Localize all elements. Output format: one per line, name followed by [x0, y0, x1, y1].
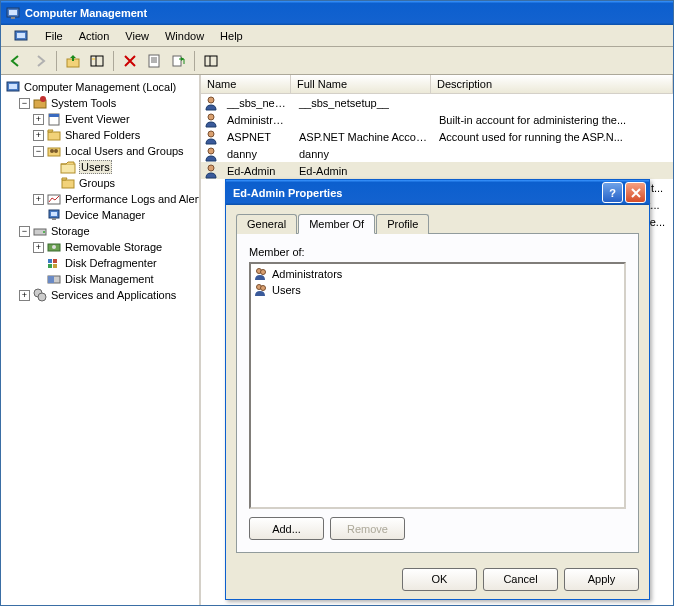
menu-help[interactable]: Help	[212, 28, 251, 44]
tree-users[interactable]: Users	[5, 159, 199, 175]
list-header: Name Full Name Description	[201, 75, 673, 94]
tree-storage[interactable]: −Storage	[5, 223, 199, 239]
cell-fullname: ASP.NET Machine Account	[293, 131, 433, 143]
tree-system-tools[interactable]: −System Tools	[5, 95, 199, 111]
collapse-icon[interactable]: −	[19, 226, 30, 237]
svg-rect-2	[11, 17, 15, 19]
separator	[194, 51, 195, 71]
back-button[interactable]	[5, 50, 27, 72]
cell-fullname: danny	[293, 148, 433, 160]
svg-rect-6	[91, 56, 103, 66]
forward-button[interactable]	[29, 50, 51, 72]
svg-point-43	[38, 293, 46, 301]
svg-point-33	[43, 231, 45, 233]
tree-removable-storage[interactable]: +Removable Storage	[5, 239, 199, 255]
menu-file[interactable]: File	[37, 28, 71, 44]
cell-name: Administrator	[221, 114, 293, 126]
cell-fullname: __sbs_netsetup__	[293, 97, 433, 109]
svg-rect-21	[49, 114, 59, 117]
tree-groups[interactable]: Groups	[5, 175, 199, 191]
svg-rect-23	[48, 148, 60, 156]
tab-general[interactable]: General	[236, 214, 297, 234]
svg-rect-38	[48, 264, 52, 268]
svg-rect-36	[48, 259, 52, 263]
user-icon	[203, 163, 219, 179]
tree-services-applications[interactable]: +Services and Applications	[5, 287, 199, 303]
member-name: Users	[272, 284, 301, 296]
export-button[interactable]	[167, 50, 189, 72]
expand-icon[interactable]: +	[33, 194, 44, 205]
svg-rect-41	[48, 276, 54, 283]
apply-button[interactable]: Apply	[564, 568, 639, 591]
tree-local-users-groups[interactable]: −Local Users and Groups	[5, 143, 199, 159]
svg-point-25	[54, 149, 58, 153]
column-description[interactable]: Description	[431, 75, 673, 93]
cell-name: danny	[221, 148, 293, 160]
tree-event-viewer[interactable]: +Event Viewer	[5, 111, 199, 127]
add-button[interactable]: Add...	[249, 517, 324, 540]
expand-icon[interactable]: +	[33, 130, 44, 141]
svg-rect-26	[61, 164, 75, 173]
svg-rect-13	[173, 56, 181, 66]
cell-name: ASPNET	[221, 131, 293, 143]
svg-point-48	[208, 165, 214, 171]
svg-point-46	[208, 131, 214, 137]
tree-root[interactable]: Computer Management (Local)	[5, 79, 199, 95]
svg-rect-27	[62, 180, 74, 188]
cell-name: __sbs_netse...	[221, 97, 293, 109]
list-row[interactable]: ASPNET ASP.NET Machine Account Account u…	[201, 128, 673, 145]
tree-disk-defragmenter[interactable]: Disk Defragmenter	[5, 255, 199, 271]
user-icon	[203, 112, 219, 128]
menu-window[interactable]: Window	[157, 28, 212, 44]
list-row[interactable]: __sbs_netse... __sbs_netsetup__	[201, 94, 673, 111]
close-button[interactable]	[625, 182, 646, 203]
tree-performance-logs[interactable]: +Performance Logs and Alerts	[5, 191, 199, 207]
svg-point-24	[50, 149, 54, 153]
properties-button[interactable]	[143, 50, 165, 72]
svg-rect-39	[53, 264, 57, 268]
tab-member-of[interactable]: Member Of	[298, 214, 375, 234]
dialog-title: Ed-Admin Properties	[229, 187, 342, 199]
expand-icon[interactable]: +	[33, 114, 44, 125]
menubar: File Action View Window Help	[1, 25, 673, 47]
svg-point-50	[261, 270, 266, 275]
tab-panel: Member of: Administrators Users Add... R…	[236, 233, 639, 553]
svg-rect-31	[52, 218, 56, 220]
menu-view[interactable]: View	[117, 28, 157, 44]
cancel-button[interactable]: Cancel	[483, 568, 558, 591]
member-item[interactable]: Users	[253, 282, 622, 298]
member-item[interactable]: Administrators	[253, 266, 622, 282]
delete-button[interactable]	[119, 50, 141, 72]
menu-action[interactable]: Action	[71, 28, 118, 44]
svg-point-45	[208, 114, 214, 120]
dialog-titlebar: Ed-Admin Properties ?	[226, 180, 649, 205]
svg-rect-14	[205, 56, 217, 66]
column-fullname[interactable]: Full Name	[291, 75, 431, 93]
tree-disk-management[interactable]: Disk Management	[5, 271, 199, 287]
list-row[interactable]: Ed-Admin Ed-Admin	[201, 162, 673, 179]
expand-icon[interactable]: +	[33, 242, 44, 253]
user-icon	[203, 95, 219, 111]
show-hide-button[interactable]	[86, 50, 108, 72]
refresh-button[interactable]	[200, 50, 222, 72]
tree-pane[interactable]: Computer Management (Local) −System Tool…	[1, 75, 201, 605]
list-row[interactable]: danny danny	[201, 145, 673, 162]
help-button[interactable]: ?	[602, 182, 623, 203]
list-row[interactable]: Administrator Built-in account for admin…	[201, 111, 673, 128]
ok-button[interactable]: OK	[402, 568, 477, 591]
svg-rect-4	[17, 33, 25, 38]
svg-rect-9	[149, 55, 159, 67]
column-name[interactable]: Name	[201, 75, 291, 93]
user-icon	[203, 146, 219, 162]
tree-device-manager[interactable]: Device Manager	[5, 207, 199, 223]
tab-profile[interactable]: Profile	[376, 214, 429, 234]
collapse-icon[interactable]: −	[33, 146, 44, 157]
expand-icon[interactable]: +	[19, 290, 30, 301]
up-button[interactable]	[62, 50, 84, 72]
member-list[interactable]: Administrators Users	[249, 262, 626, 509]
tree-shared-folders[interactable]: +Shared Folders	[5, 127, 199, 143]
member-of-label: Member of:	[249, 246, 626, 258]
app-menu-icon[interactable]	[5, 26, 37, 46]
cell-description: Built-in account for administering the..…	[433, 114, 673, 126]
collapse-icon[interactable]: −	[19, 98, 30, 109]
